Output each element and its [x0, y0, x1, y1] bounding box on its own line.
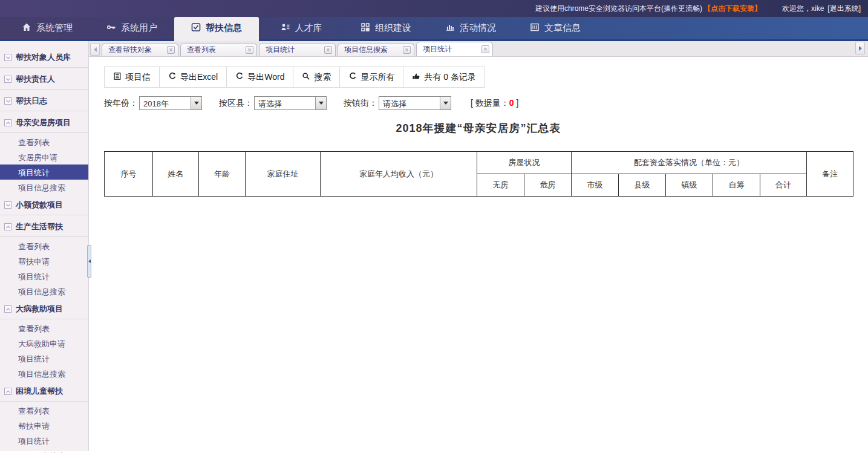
district-select[interactable]: 请选择: [254, 96, 327, 110]
town-select[interactable]: 请选择: [379, 96, 451, 110]
export-icon: [235, 72, 244, 82]
download-link[interactable]: 【点击下载安装】: [703, 4, 762, 14]
sidebar-item-assist-apply[interactable]: 帮扶申请: [0, 418, 88, 433]
sidebar-item-view-list[interactable]: 查看列表: [0, 403, 88, 418]
close-icon[interactable]: ×: [481, 45, 489, 53]
sidebar-item-project-stats[interactable]: 项目统计: [0, 351, 88, 366]
nav-item-assistance-info[interactable]: 帮扶信息: [174, 17, 259, 39]
nav-item-talent-pool[interactable]: 人才库: [259, 17, 344, 39]
search-icon: [302, 72, 310, 82]
export-excel-button[interactable]: 导出Excel: [160, 67, 227, 87]
table-header-row-1: 序号 姓名 年龄 家庭住址 家庭年人均收入（元） 房屋状况 配套资金落实情况（单…: [105, 152, 853, 174]
col-house-status: 房屋状况: [477, 152, 572, 174]
chevron-down-icon: [4, 97, 11, 105]
search-button[interactable]: 搜索: [293, 67, 340, 87]
sidebar: 帮扶对象人员库 帮扶责任人 帮扶日志 母亲安居房项目 查看列表 安居房申请 项目…: [0, 41, 89, 451]
sidebar-item-illness-apply[interactable]: 大病救助申请: [0, 336, 88, 351]
nav-item-system-users[interactable]: 系统用户: [90, 17, 174, 39]
col-funding: 配套资金落实情况（单位：元）: [572, 152, 807, 174]
col-city-level: 市级: [572, 174, 619, 197]
col-county-level: 县级: [619, 174, 666, 197]
close-icon[interactable]: ×: [324, 46, 332, 54]
toolbar: 项目信 导出Excel 导出Word 搜索 显示所有: [104, 67, 485, 88]
data-count: [ 数据量：0 ]: [471, 98, 518, 109]
tab-project-stats-1[interactable]: 项目统计 ×: [259, 43, 336, 56]
sidebar-item-project-stats[interactable]: 项目统计: [0, 433, 88, 448]
tab-project-info-search[interactable]: 项目信息搜索 ×: [338, 43, 414, 56]
col-address: 家庭住址: [246, 152, 321, 197]
project-info-button[interactable]: 项目信: [105, 67, 160, 87]
sidebar-section-mother-housing[interactable]: 母亲安居房项目: [0, 112, 88, 133]
nav-item-articles[interactable]: 文章信息: [513, 17, 598, 39]
nav-item-system-admin[interactable]: 系统管理: [5, 17, 90, 39]
sidebar-item-housing-apply[interactable]: 安居房申请: [0, 149, 88, 165]
sidebar-item-project-stats[interactable]: 项目统计: [0, 269, 88, 284]
sidebar-item-project-info-search[interactable]: 项目信息搜索: [0, 180, 88, 195]
tab-scroll-left-button[interactable]: [90, 43, 100, 56]
col-name: 姓名: [153, 152, 199, 197]
hand-icon: [412, 72, 420, 82]
chevron-up-icon: [4, 119, 11, 126]
close-icon[interactable]: ×: [403, 46, 411, 54]
nav-item-organization[interactable]: 组织建设: [344, 17, 428, 39]
record-count-button[interactable]: 共有 0 条记录: [403, 67, 485, 87]
col-self-raised: 自筹: [713, 174, 760, 197]
logout-link[interactable]: [退出系统]: [827, 4, 861, 14]
col-age: 年龄: [199, 152, 246, 197]
refresh-icon: [348, 72, 357, 82]
sidebar-item-view-list[interactable]: 查看列表: [0, 238, 88, 253]
sidebar-item-project-info-search[interactable]: 项目信息搜索: [0, 284, 88, 299]
sidebar-section-children[interactable]: 困境儿童帮扶: [0, 381, 88, 402]
chevron-up-icon: [4, 388, 11, 395]
chevron-up-icon: [4, 223, 11, 230]
sidebar-item-view-list[interactable]: 查看列表: [0, 321, 88, 336]
col-seq: 序号: [105, 152, 153, 197]
nav-item-activities[interactable]: 活动情况: [428, 17, 513, 39]
topbar: 建议使用chrome安全浏览器访问本平台(操作更流畅)【点击下载安装】 欢迎您，…: [0, 0, 868, 17]
summary-table: 序号 姓名 年龄 家庭住址 家庭年人均收入（元） 房屋状况 配套资金落实情况（单…: [104, 151, 853, 197]
grid-icon: [361, 22, 370, 34]
sidebar-item-assist-apply[interactable]: 帮扶申请: [0, 253, 88, 269]
article-icon: [530, 22, 540, 34]
sidebar-item-view-list[interactable]: 查看列表: [0, 134, 88, 149]
talent-icon: [281, 22, 290, 34]
page-title: 2018年援建“母亲安居房”汇总表: [104, 121, 853, 135]
tab-view-list[interactable]: 查看列表 ×: [180, 43, 257, 56]
tab-view-recipients[interactable]: 查看帮扶对象 ×: [102, 43, 178, 56]
col-total: 合计: [760, 174, 807, 197]
sidebar-collapse-handle[interactable]: [87, 245, 91, 278]
key-icon: [106, 22, 116, 34]
tab-project-stats-active[interactable]: 项目统计 ×: [416, 42, 493, 56]
sidebar-item-project-info-search[interactable]: 项目信息搜索: [0, 448, 88, 453]
filter-row: 按年份： 2018年 按区县： 请选择 按镇街： 请选择 [ 数据量：0 ]: [104, 96, 868, 110]
close-icon[interactable]: ×: [246, 46, 253, 54]
sidebar-section-production-life[interactable]: 生产生活帮扶: [0, 217, 88, 237]
chevron-up-icon: [4, 305, 11, 313]
sidebar-item-project-info-search[interactable]: 项目信息搜索: [0, 366, 88, 381]
tab-scroll-right-button[interactable]: [855, 42, 865, 54]
close-icon[interactable]: ×: [167, 46, 175, 54]
content-area: 项目信 导出Excel 导出Word 搜索 显示所有: [89, 57, 868, 451]
sidebar-section-serious-illness[interactable]: 大病救助项目: [0, 299, 88, 319]
scroll-left-icon: [94, 47, 97, 52]
collapse-arrow-icon: [88, 259, 91, 263]
sidebar-section-assistance-log[interactable]: 帮扶日志: [0, 91, 88, 111]
sidebar-section-microloan[interactable]: 小额贷款项目: [0, 195, 88, 215]
data-count-value: 0: [509, 98, 514, 108]
export-word-button[interactable]: 导出Word: [227, 67, 293, 87]
chevron-down-icon: [440, 97, 451, 109]
chevron-down-icon: [191, 97, 201, 109]
form-icon: [113, 72, 122, 82]
col-danger-house: 危房: [524, 174, 572, 197]
chevron-down-icon: [4, 201, 11, 209]
home-icon: [22, 22, 31, 34]
chevron-down-icon: [315, 97, 326, 109]
year-select[interactable]: 2018年: [139, 96, 202, 110]
show-all-button[interactable]: 显示所有: [340, 67, 403, 87]
sidebar-item-project-stats-selected[interactable]: 项目统计: [0, 165, 88, 180]
col-income: 家庭年人均收入（元）: [321, 152, 477, 197]
sidebar-section-responsible-person[interactable]: 帮扶责任人: [0, 69, 88, 90]
sidebar-section-recipient-pool[interactable]: 帮扶对象人员库: [0, 47, 88, 68]
col-town-level: 镇级: [666, 174, 713, 197]
export-icon: [168, 72, 177, 82]
